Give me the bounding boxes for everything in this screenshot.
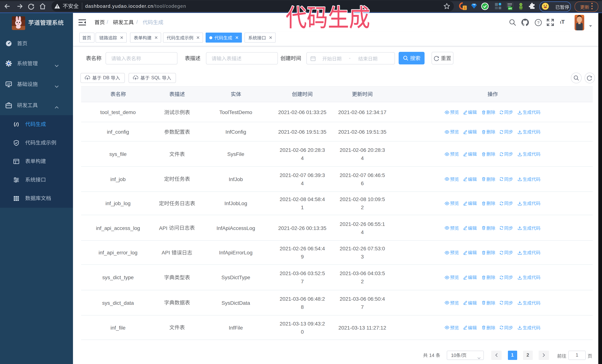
svg-text:?: ?	[537, 20, 539, 25]
svg-text:on: on	[508, 7, 512, 10]
svg-text:1: 1	[464, 6, 466, 10]
